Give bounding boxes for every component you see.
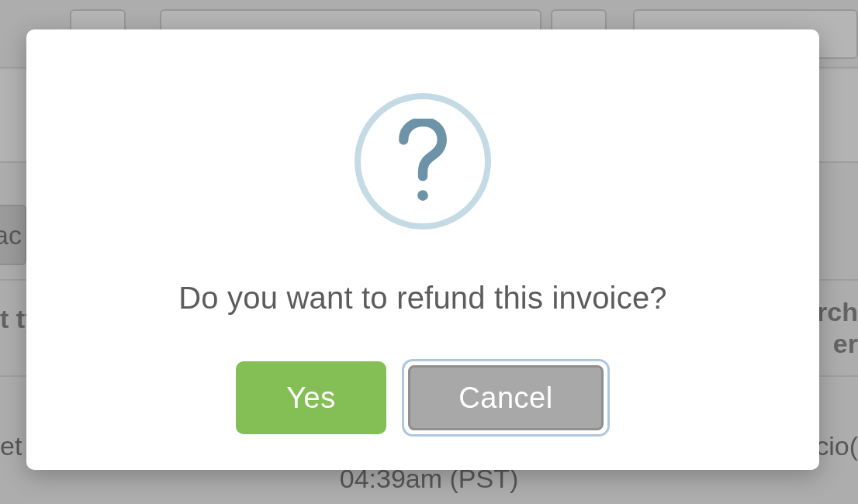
svg-point-0: [417, 190, 428, 201]
question-mark-glyph: [393, 119, 453, 204]
cancel-button[interactable]: Cancel: [408, 365, 604, 430]
cancel-button-focus-ring: Cancel: [402, 359, 610, 437]
confirm-dialog: Do you want to refund this invoice? Yes …: [26, 29, 819, 470]
dialog-title: Do you want to refund this invoice?: [178, 281, 667, 316]
dialog-button-row: Yes Cancel: [236, 359, 610, 437]
confirm-button[interactable]: Yes: [236, 361, 386, 434]
question-icon: [355, 93, 491, 230]
